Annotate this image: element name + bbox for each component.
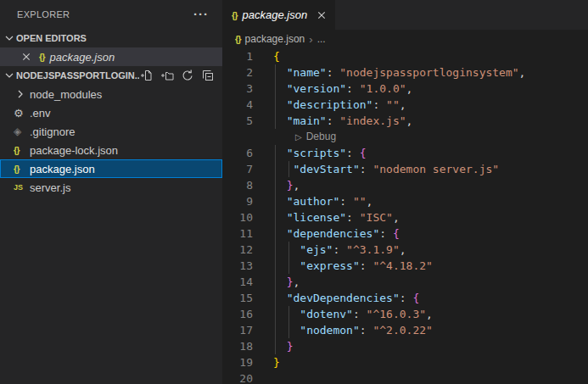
breadcrumb-symbol[interactable]: ... (317, 33, 326, 45)
code-content[interactable]: "scripts": { (273, 145, 588, 161)
open-editor-label: package.json (50, 51, 115, 64)
code-content[interactable]: "dependencies": { (273, 225, 588, 242)
code-token: "name" (287, 66, 327, 79)
code-line: 5 "main": "index.js", (222, 113, 588, 129)
tab-package-json[interactable]: {} package.json (222, 0, 335, 30)
tree-item-label: package.json (30, 163, 95, 175)
code-token: "license" (287, 211, 346, 224)
code-content[interactable]: "author": "", (273, 193, 588, 209)
code-content[interactable]: }, (273, 274, 588, 290)
code-line: 8 }, (222, 177, 588, 193)
indent-guide (275, 258, 276, 274)
collapse-all-button[interactable] (200, 69, 215, 83)
line-number: 2 (222, 64, 253, 81)
tree-item-label: node_modules (30, 88, 102, 101)
line-number: 11 (222, 225, 253, 242)
debug-play-icon: ▷ (295, 129, 302, 145)
code-content[interactable]: } (273, 338, 588, 354)
code-content[interactable]: "ejs": "^3.1.9", (273, 242, 588, 258)
code-line: 15 "devDependencies": { (222, 290, 588, 306)
code-token: , (519, 66, 526, 79)
code-token: : (333, 243, 346, 256)
new-file-button[interactable] (139, 69, 154, 83)
refresh-button[interactable] (180, 69, 194, 83)
line-number: 12 (222, 242, 253, 258)
json-icon: {} (14, 164, 20, 174)
git-icon: ◈ (14, 125, 30, 137)
close-icon[interactable] (20, 50, 33, 64)
code-token: "ISC" (360, 211, 393, 224)
json-icon: {} (14, 164, 30, 174)
line-number: 10 (222, 209, 253, 225)
code-line: 4 "description": "", (222, 97, 588, 113)
workspace-section-header[interactable]: NODEJSPASSPORTLOGIN... (0, 66, 222, 85)
code-token: { (273, 50, 280, 63)
code-line: 3 "version": "1.0.0", (222, 81, 588, 97)
code-content[interactable]: "express": "^4.18.2" (273, 258, 588, 274)
sidebar-title: EXPLORER (17, 9, 70, 19)
code-content[interactable]: "nodemon": "^2.0.22" (273, 322, 588, 338)
code-token (273, 243, 300, 256)
tree-item-node-modules[interactable]: node_modules (0, 85, 222, 103)
code-content[interactable]: "description": "", (273, 97, 588, 113)
code-token: : (346, 82, 360, 95)
code-content[interactable]: "dotenv": "^16.0.3", (273, 306, 588, 322)
line-number: 16 (222, 306, 253, 322)
code-content[interactable]: "name": "nodejspassportloginsystem", (273, 64, 588, 81)
code-token: , (400, 243, 406, 256)
code-token: "^4.18.2" (372, 259, 432, 272)
explorer-sidebar: EXPLORER ··· OPEN EDITORS {}package.json… (0, 0, 222, 384)
indent-guide (288, 242, 289, 258)
code-content[interactable]: "devStart": "nodemon server.js" (273, 161, 588, 177)
code-content[interactable]: { (273, 48, 588, 64)
code-token: "^16.0.3" (367, 308, 426, 320)
code-content[interactable]: "main": "index.js", (273, 113, 588, 129)
code-token: : (346, 211, 360, 224)
code-content[interactable]: "license": "ISC", (273, 209, 588, 225)
code-line: 2 "name": "nodejspassportloginsystem", (222, 64, 588, 81)
tree-item--gitignore[interactable]: ◈.gitignore (0, 122, 222, 141)
tree-item-package-json[interactable]: {}package.json (0, 159, 222, 178)
more-actions-icon[interactable]: ··· (193, 10, 209, 19)
open-editor-item[interactable]: {}package.json (0, 47, 222, 66)
code-token: , (293, 179, 300, 192)
workspace-actions (139, 69, 222, 83)
tab-bar: {} package.json (222, 0, 588, 30)
code-content[interactable] (273, 370, 588, 384)
code-token: "nodemon server.js" (372, 163, 499, 175)
breadcrumb-file[interactable]: package.json (245, 33, 305, 45)
open-editors-section-header[interactable]: OPEN EDITORS (0, 29, 222, 47)
code-token: , (406, 114, 413, 127)
code-content[interactable]: }, (273, 177, 588, 193)
code-token: : (360, 259, 373, 272)
code-token (273, 259, 300, 272)
code-token: "description" (287, 98, 373, 111)
indent-guide (288, 322, 289, 338)
code-token: { (412, 292, 419, 304)
tree-item-label: package-lock.json (30, 144, 118, 157)
indent-guide (275, 193, 276, 209)
tree-item-package-lock-json[interactable]: {}package-lock.json (0, 141, 222, 159)
code-content[interactable]: "version": "1.0.0", (273, 81, 588, 97)
code-token: : (327, 114, 340, 127)
code-token: "^2.0.22" (372, 324, 432, 337)
code-content[interactable]: } (273, 354, 588, 370)
tree-item-server-js[interactable]: JSserver.js (0, 178, 222, 197)
new-folder-button[interactable] (160, 69, 174, 83)
code-line: 1{ (222, 48, 588, 64)
indent-guide (275, 225, 276, 242)
code-token: { (360, 147, 367, 159)
code-line: 11 "dependencies": { (222, 225, 588, 242)
codelens-debug-link[interactable]: Debug (306, 129, 336, 145)
indent-guide (275, 161, 276, 177)
file-tree: node_modules⚙.env◈.gitignore{}package-lo… (0, 85, 222, 197)
close-tab-icon[interactable] (315, 8, 328, 22)
tree-item--env[interactable]: ⚙.env (0, 103, 222, 122)
line-number: 13 (222, 258, 253, 274)
code-token: { (393, 227, 400, 240)
breadcrumb-separator-icon: › (309, 33, 312, 46)
indent-guide (275, 177, 276, 193)
code-content[interactable]: "devDependencies": { (273, 290, 588, 306)
code-token: : (379, 227, 393, 240)
indent-guide (275, 113, 276, 129)
